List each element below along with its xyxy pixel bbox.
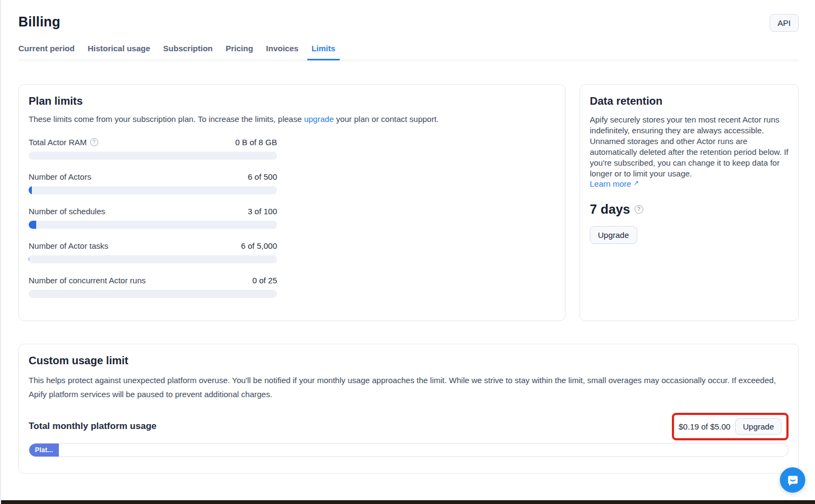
usage-upgrade-button[interactable]: Upgrade	[735, 418, 782, 435]
limit-label: Number of concurrent Actor runs	[29, 276, 146, 285]
progress-bar-track	[29, 152, 277, 160]
upgrade-link[interactable]: upgrade	[304, 114, 334, 124]
limit-row-number-of-actor-tasks: Number of Actor tasks 6 of 5,000	[29, 241, 277, 263]
tab-historical-usage[interactable]: Historical usage	[83, 44, 154, 60]
custom-usage-limit-card: Custom usage limit This helps protect ag…	[18, 344, 799, 474]
limit-label: Number of Actors	[29, 172, 91, 181]
data-retention-title: Data retention	[590, 95, 789, 107]
limit-label: Number of Actor tasks	[29, 241, 109, 250]
top-cards-row: Plan limits These limits come from your …	[18, 84, 799, 321]
monthly-usage-label: Total monthly platform usage	[29, 421, 157, 432]
learn-more-link[interactable]: Learn more ↗	[590, 179, 639, 188]
progress-bar-track	[29, 221, 277, 229]
plan-desc-text-before: These limits come from your subscription…	[29, 114, 304, 124]
custom-usage-limit-description: This helps protect against unexpected pl…	[29, 373, 785, 401]
retention-period: 7 days	[590, 202, 789, 217]
tab-subscription[interactable]: Subscription	[159, 44, 217, 60]
page-title: Billing	[18, 14, 60, 30]
usage-annotation-highlight: $0.19 of $5.00 Upgrade	[672, 413, 789, 440]
progress-bar-track	[29, 290, 277, 298]
tab-pricing[interactable]: Pricing	[221, 44, 258, 60]
plan-desc-text-after: your plan or contact support.	[334, 114, 439, 124]
limit-value: 6 of 500	[248, 172, 277, 181]
billing-tabs: Current period Historical usage Subscrip…	[18, 44, 799, 60]
tab-current-period[interactable]: Current period	[14, 44, 79, 60]
help-icon[interactable]	[635, 205, 643, 214]
limit-rows: Total Actor RAM 0 B of 8 GB Number of Ac…	[29, 138, 277, 298]
plan-limits-card: Plan limits These limits come from your …	[18, 84, 565, 321]
plan-limits-title: Plan limits	[29, 95, 555, 107]
page-header: Billing API	[18, 14, 799, 32]
progress-bar-track	[29, 255, 277, 263]
bottom-edge-bar	[0, 500, 815, 504]
custom-usage-limit-title: Custom usage limit	[29, 355, 789, 367]
progress-bar-fill	[29, 221, 36, 229]
limit-label: Number of schedules	[29, 207, 105, 216]
tab-limits[interactable]: Limits	[307, 44, 340, 60]
data-retention-description: Apify securely stores your ten most rece…	[590, 114, 789, 179]
chat-bubble-icon	[786, 473, 800, 487]
chat-launcher-button[interactable]	[780, 467, 805, 493]
limit-value: 0 of 25	[252, 276, 277, 285]
retention-upgrade-button[interactable]: Upgrade	[590, 226, 637, 244]
external-link-icon: ↗	[634, 179, 639, 187]
monthly-usage-bar-segment: Plat...	[29, 444, 59, 457]
limit-value: 3 of 100	[248, 207, 277, 216]
limit-label: Total Actor RAM	[29, 138, 87, 147]
data-retention-card: Data retention Apify securely stores you…	[580, 84, 799, 321]
progress-bar-track	[29, 186, 277, 194]
limit-row-number-of-schedules: Number of schedules 3 of 100	[29, 207, 277, 229]
progress-bar-fill	[29, 255, 29, 263]
limit-row-concurrent-actor-runs: Number of concurrent Actor runs 0 of 25	[29, 276, 277, 298]
limit-row-number-of-actors: Number of Actors 6 of 500	[29, 172, 277, 194]
billing-page: Billing API Current period Historical us…	[1, 0, 815, 474]
monthly-usage-row: Total monthly platform usage $0.19 of $5…	[29, 412, 789, 440]
progress-bar-fill	[29, 186, 32, 194]
retention-period-value: 7 days	[590, 202, 630, 217]
api-button[interactable]: API	[770, 14, 799, 32]
monthly-usage-value: $0.19 of $5.00	[679, 422, 731, 431]
plan-limits-description: These limits come from your subscription…	[29, 114, 555, 124]
help-icon[interactable]	[90, 138, 98, 146]
tab-invoices[interactable]: Invoices	[262, 44, 303, 60]
limit-row-total-actor-ram: Total Actor RAM 0 B of 8 GB	[29, 138, 277, 160]
limit-value: 6 of 5,000	[241, 241, 277, 250]
limit-value: 0 B of 8 GB	[235, 138, 277, 147]
monthly-usage-bar-track: Plat...	[29, 443, 789, 457]
usage-segment-label: Plat...	[35, 446, 53, 454]
